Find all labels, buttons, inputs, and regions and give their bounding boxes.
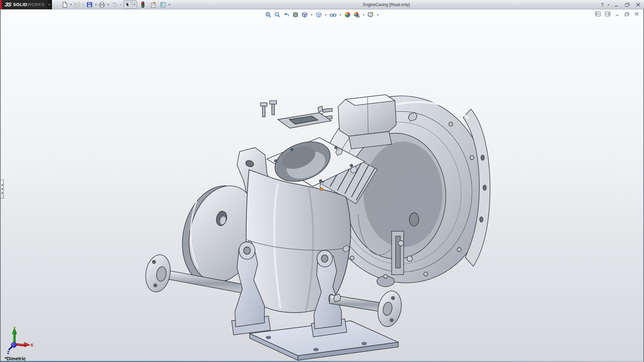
save-icon [86,1,93,8]
window-controls: ? ▾ [601,0,641,9]
triad-z-label: Z [7,350,9,355]
triad-y-label: Y [13,326,16,331]
triad-x-label: X [31,343,33,348]
open-icon [74,1,80,8]
apply-scene-button[interactable] [353,11,361,18]
heads-up-toolbar: ▾ ▾ ▾ [264,11,380,19]
edit-appearance-button[interactable] [343,11,352,18]
solidworks-logo[interactable]: ЗS SOLID WORKS [0,0,47,9]
model-engine-casing[interactable] [1,9,643,362]
doc-minimize-button[interactable] [614,11,621,17]
minimize-button[interactable] [613,1,620,8]
save-dropdown[interactable]: ▾ [94,1,98,9]
hide-show-items-dropdown[interactable]: ▾ [338,11,342,19]
panel-arrow-icon [1,184,3,186]
reference-triad: Y X Z [5,326,34,355]
restore-icon [625,2,630,7]
view-settings-icon [367,11,374,18]
print-dropdown[interactable]: ▾ [106,1,110,9]
apply-scene-icon [353,11,360,18]
open-dropdown[interactable]: ▾ [82,1,86,9]
graphics-area[interactable]: ▾ ▾ ▾ [0,9,644,362]
display-style-icon [315,11,322,18]
select-tool-button[interactable] [124,1,132,9]
edit-appearance-icon [344,11,351,18]
zoom-to-area-button[interactable] [273,11,281,18]
section-view-button[interactable] [291,11,300,18]
options-icon [160,1,166,8]
previous-view-icon [283,11,290,18]
hide-show-items-icon [329,11,337,18]
select-cursor-icon [125,2,131,8]
brand-name-bold: SOLID [13,2,27,7]
view-orientation-dropdown[interactable]: ▾ [310,11,314,19]
options-dropdown[interactable]: ▾ [167,1,171,9]
window-title: EngineCasing [Read-only] [363,2,410,7]
zoom-to-fit-button[interactable] [264,11,272,18]
panel-arrow-icon [1,192,3,194]
doc-restore-icon [624,12,630,16]
undo-dropdown[interactable]: ▾ [119,1,123,9]
close-icon [636,2,641,7]
open-button[interactable] [73,1,82,9]
origin-marker[interactable] [320,187,323,190]
view-orientation-button[interactable] [301,11,309,18]
new-document-dropdown[interactable]: ▾ [69,1,73,9]
close-button[interactable] [635,1,641,8]
view-settings-dropdown[interactable]: ▾ [376,11,380,19]
minimize-icon [614,2,619,7]
print-button[interactable] [98,1,106,9]
save-button[interactable] [86,1,94,9]
expand-right-pane-button[interactable] [604,11,611,17]
doc-close-icon [634,12,639,16]
help-dropdown[interactable]: ▾ [608,1,609,9]
zoom-to-fit-icon [265,11,272,18]
title-bar: ЗS SOLID WORKS ▶ ▾ ▾ [0,0,644,9]
file-properties-icon [150,1,157,8]
doc-restore-button[interactable] [624,11,630,17]
new-document-icon [61,1,68,8]
hide-show-items-button[interactable] [329,11,337,18]
menu-flyout-arrow[interactable]: ▶ [47,0,52,9]
undo-button[interactable] [110,1,119,9]
select-tool-group: ▾ [123,0,137,9]
previous-view-button[interactable] [282,11,290,18]
zoom-to-area-icon [274,11,281,18]
main-toolbar: ▾ ▾ [61,0,171,9]
view-orientation-icon [301,11,308,18]
doc-minimize-icon [615,12,620,16]
feature-manager-collapsed-tab[interactable] [1,180,4,198]
brand-name-light: WORKS [27,2,45,7]
display-style-button[interactable] [315,11,323,18]
help-button[interactable]: ? [601,2,604,7]
traffic-light-icon [140,1,146,8]
traffic-light-button[interactable] [139,1,147,9]
display-style-dropdown[interactable]: ▾ [324,11,328,19]
apply-scene-dropdown[interactable]: ▾ [362,11,366,19]
print-icon [99,1,105,8]
select-tool-dropdown[interactable]: ▾ [132,1,137,9]
undo-icon [111,1,118,8]
doc-close-button[interactable] [633,11,640,17]
collapse-left-pane-icon [595,11,601,16]
collapse-left-pane-button[interactable] [594,11,601,17]
panel-arrow-icon [1,188,3,190]
view-settings-button[interactable] [367,11,375,18]
restore-button[interactable] [624,1,631,8]
expand-right-pane-icon [605,11,610,16]
view-orientation-label: *Dimetric [5,356,26,361]
new-document-button[interactable] [61,1,69,9]
document-window-controls [594,11,640,17]
options-button[interactable] [159,1,167,9]
file-properties-button[interactable] [149,1,158,9]
section-view-icon [292,11,299,18]
brand-mark: ЗS [4,2,11,8]
